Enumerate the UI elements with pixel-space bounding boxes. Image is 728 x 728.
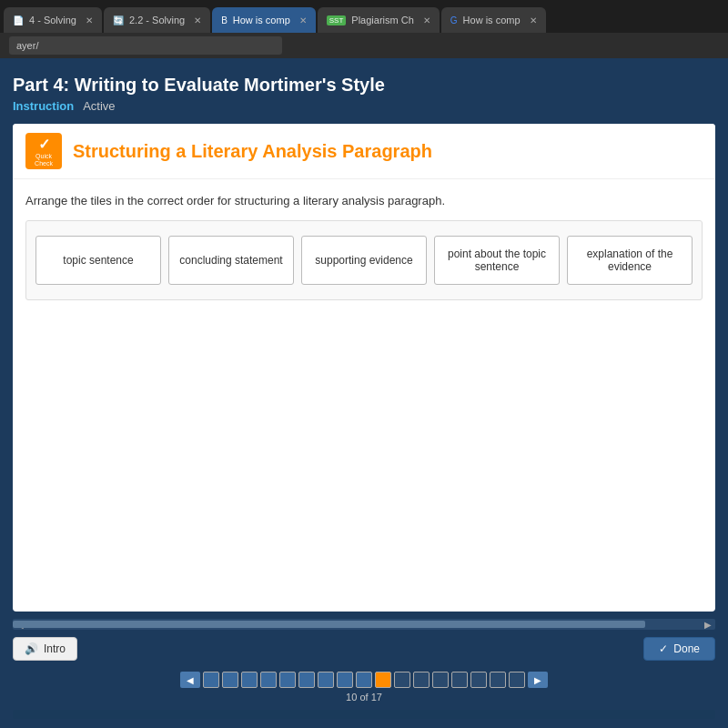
page-dot-3[interactable] [241,672,258,688]
card-body: Arrange the tiles in the correct order f… [13,179,715,612]
page-dot-17[interactable] [509,672,525,688]
quick-check-icon: ✓ Quick Check [25,133,62,169]
page-dot-8[interactable] [337,672,353,688]
content-card: ✓ Quick Check Structuring a Literary Ana… [13,124,715,612]
tab-4[interactable]: SST Plagiarism Ch ✕ [318,7,440,33]
tab-3-label: How is comp [233,15,290,25]
tab-5-close[interactable]: ✕ [530,15,537,25]
tab-5-label: How is comp [463,15,521,25]
scrollbar-thumb[interactable] [13,621,645,628]
page-dot-9[interactable] [356,672,372,688]
tile-5[interactable]: explanation of the evidence [567,236,693,285]
browser-chrome: 📄 4 - Solving ✕ 🔄 2.2 - Solving ✕ B How … [0,0,728,58]
tab-4-icon: SST [327,15,347,25]
page-dot-1[interactable] [203,672,219,688]
prev-page-button[interactable]: ◀ [180,672,200,688]
tab-2-icon: 🔄 [113,15,124,25]
check-mark: ✓ [38,136,50,153]
done-button[interactable]: ✓ Done [643,637,715,661]
address-bar [0,33,728,58]
card-title: Structuring a Literary Analysis Paragrap… [73,141,432,162]
tab-3-close[interactable]: ✕ [299,15,307,25]
next-page-button[interactable]: ▶ [528,672,548,688]
tab-1-label: 4 - Solving [29,15,76,25]
page-dot-11[interactable] [394,672,410,688]
bottom-area: ◀ ▶ 🔊 Intro ✓ Done ◀ [13,619,715,719]
tile-3-label: supporting evidence [315,254,412,267]
page-dot-14[interactable] [451,672,468,688]
bottom-scrollbar[interactable] [13,710,715,719]
page-dot-13[interactable] [432,672,449,688]
tab-4-close[interactable]: ✕ [423,15,430,25]
tab-5[interactable]: G How is comp ✕ [441,7,546,33]
tab-1-icon: 📄 [13,15,24,25]
page-dot-2[interactable] [222,672,238,688]
instruction-label: Instruction [13,99,74,113]
quick-check-label: Quick Check [35,153,53,167]
tile-1-label: topic sentence [63,254,133,267]
horizontal-scrollbar[interactable]: ◀ ▶ [13,619,715,630]
page-counter: 10 of 17 [346,692,382,703]
status-label: Active [83,99,115,113]
tab-2[interactable]: 🔄 2.2 - Solving ✕ [104,7,210,33]
tab-2-close[interactable]: ✕ [194,15,201,25]
tile-2[interactable]: concluding statement [168,236,294,285]
tab-1-close[interactable]: ✕ [86,15,93,25]
pagination-area: ◀ ▶ 10 of 17 [13,672,715,703]
bottom-controls: 🔊 Intro ✓ Done [13,633,715,664]
page-dot-7[interactable] [318,672,334,688]
page-dot-4[interactable] [260,672,277,688]
page-dot-12[interactable] [413,672,430,688]
tab-4-label: Plagiarism Ch [351,15,413,25]
page-dot-5[interactable] [279,672,296,688]
page-dot-16[interactable] [490,672,506,688]
tab-2-label: 2.2 - Solving [129,15,185,25]
speaker-icon: 🔊 [25,642,38,655]
tab-bar: 📄 4 - Solving ✕ 🔄 2.2 - Solving ✕ B How … [0,0,728,33]
page-meta: Instruction Active [13,99,715,113]
main-content: Part 4: Writing to Evaluate Mortimer's S… [0,58,728,728]
page-dot-15[interactable] [470,672,487,688]
tile-1[interactable]: topic sentence [35,236,161,285]
intro-button[interactable]: 🔊 Intro [13,637,77,661]
tiles-container: topic sentence concluding statement supp… [25,220,703,300]
checkmark-icon: ✓ [659,642,668,655]
pagination-dots: ◀ ▶ [180,672,548,688]
page-title: Part 4: Writing to Evaluate Mortimer's S… [13,75,715,96]
card-header: ✓ Quick Check Structuring a Literary Ana… [13,124,715,179]
address-input[interactable] [9,36,282,55]
intro-label: Intro [44,642,66,655]
tiles-row: topic sentence concluding statement supp… [35,236,693,285]
scroll-right-icon[interactable]: ▶ [704,620,712,630]
tile-2-label: concluding statement [179,254,282,267]
tab-1[interactable]: 📄 4 - Solving ✕ [4,7,102,33]
tile-4-label: point about the topic sentence [442,248,551,273]
page-dot-10[interactable] [375,672,391,688]
tile-5-label: explanation of the evidence [575,248,684,273]
tab-3-icon: B [221,15,228,25]
tab-5-icon: G [450,15,458,25]
done-label: Done [673,642,700,655]
tile-3[interactable]: supporting evidence [301,236,427,285]
tile-4[interactable]: point about the topic sentence [434,236,560,285]
page-dot-6[interactable] [298,672,315,688]
tab-3[interactable]: B How is comp ✕ [212,7,316,33]
instruction-text: Arrange the tiles in the correct order f… [25,194,703,207]
